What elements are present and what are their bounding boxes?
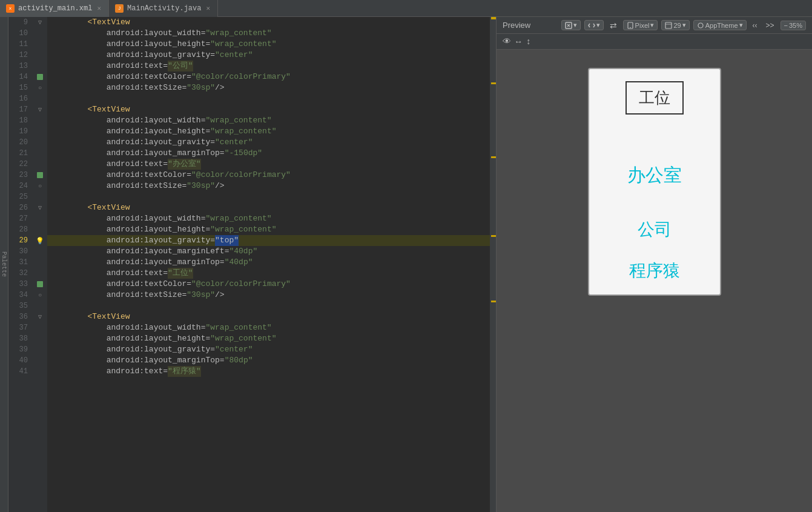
code-line-17: <TextView: [47, 104, 490, 115]
breakpoint-14[interactable]: [37, 74, 43, 80]
fold-icon-26[interactable]: ▽: [38, 204, 42, 211]
code-container: Palette 9 10 11 12 13 14 15 16 17 18 19 …: [0, 17, 496, 512]
code-line-15: android:textSize="30sp" />: [47, 82, 490, 93]
code-line-26: <TextView: [47, 202, 490, 213]
tab-xml[interactable]: x activity_main.xml ✕: [0, 0, 109, 17]
scrollbar-markers[interactable]: [490, 17, 496, 512]
code-line-20: android:layout_gravity="center": [47, 137, 490, 148]
device-dropdown[interactable]: Pixel ▾: [623, 20, 658, 30]
scroll-mark-mid1: [491, 82, 496, 84]
theme-icon: [697, 22, 704, 29]
code-label: ▾: [596, 21, 600, 29]
line-27: 27: [8, 213, 28, 224]
scroll-mark-top: [491, 17, 496, 19]
gutter-38: [33, 333, 47, 344]
zoom-percent: 35%: [789, 22, 802, 29]
code-line-27: android:layout_width="wrap_content": [47, 213, 490, 224]
prev-button[interactable]: ‹‹: [750, 20, 760, 31]
breakpoint-33[interactable]: [37, 281, 43, 287]
zoom-out-control[interactable]: − 35%: [781, 21, 806, 30]
gutter-36: ▽: [33, 311, 47, 322]
apptheme-dropdown[interactable]: AppTheme ▾: [693, 20, 747, 30]
line-36: 36: [8, 311, 28, 322]
gutter: ▽ ○ ▽: [33, 17, 47, 512]
preview-title: Preview: [503, 21, 530, 30]
line-29: 29: [8, 235, 28, 246]
fold-icon-34[interactable]: ○: [38, 292, 42, 299]
line-31: 31: [8, 257, 28, 268]
preview-toolbar: ▾ ▾ ⇄ Pixel ▾ 29 ▾: [561, 19, 806, 32]
svg-rect-3: [665, 22, 672, 28]
gutter-33: [33, 279, 47, 290]
line-16: 16: [8, 93, 28, 104]
gutter-30: [33, 246, 47, 257]
code-line-11: android:layout_height="wrap_content": [47, 39, 490, 50]
code-line-33: android:textColor="@color/colorPrimary": [47, 279, 490, 290]
phone-icon: [627, 22, 634, 29]
code-line-25: [47, 191, 490, 202]
code-icon: [588, 22, 595, 29]
line-35: 35: [8, 301, 28, 311]
visibility-icon[interactable]: 👁: [503, 37, 511, 47]
code-line-23: android:textColor="@color/colorPrimary": [47, 170, 490, 181]
gutter-34: ○: [33, 290, 47, 301]
gutter-19: [33, 126, 47, 137]
gutter-15: ○: [33, 82, 47, 93]
line-14: 14: [8, 71, 28, 82]
fold-icon-24[interactable]: ○: [38, 183, 42, 190]
breakpoint-23[interactable]: [37, 172, 43, 178]
design-toggle[interactable]: ▾: [561, 20, 581, 30]
palette-sidebar[interactable]: Palette: [0, 17, 8, 512]
code-line-14: android:textColor="@color/colorPrimary": [47, 71, 490, 82]
fold-icon-9[interactable]: ▽: [38, 19, 42, 26]
code-line-22: android:text="办公室": [47, 159, 490, 170]
gutter-32: [33, 268, 47, 279]
tab-xml-label: activity_main.xml: [18, 4, 92, 13]
bulb-icon-29[interactable]: 💡: [36, 237, 44, 245]
apptheme-label: AppTheme: [705, 22, 738, 29]
expand-button[interactable]: ⇄: [607, 19, 619, 32]
line-33: 33: [8, 279, 28, 290]
preview-header: Preview ▾ ▾ ⇄ Pixel ▾: [497, 17, 812, 34]
code-line-36: <TextView: [47, 311, 490, 322]
code-line-31: android:layout_marginTop="40dp": [47, 257, 490, 268]
tab-xml-close[interactable]: ✕: [96, 3, 102, 13]
code-line-28: android:layout_height="wrap_content": [47, 224, 490, 235]
line-41: 41: [8, 366, 28, 377]
code-line-30: android:layout_marginLeft="40dp": [47, 246, 490, 257]
line-32: 32: [8, 268, 28, 279]
line-12: 12: [8, 50, 28, 61]
vertical-arrows-icon[interactable]: ↕: [526, 37, 530, 47]
code-line-19: android:layout_height="wrap_content": [47, 126, 490, 137]
code-toggle[interactable]: ▾: [584, 20, 604, 30]
device-gongwei-text: 工位: [626, 81, 684, 115]
gutter-35: [33, 301, 47, 311]
tab-java[interactable]: J MainActivity.java ✕: [109, 0, 218, 17]
theme-chevron: ▾: [739, 21, 743, 29]
fold-icon-17[interactable]: ▽: [38, 106, 42, 113]
svg-point-5: [698, 23, 703, 28]
gutter-22: [33, 159, 47, 170]
gutter-20: [33, 137, 47, 148]
line-22: 22: [8, 159, 28, 170]
fold-icon-36[interactable]: ▽: [38, 313, 42, 321]
gutter-14: [33, 71, 47, 82]
palette-label: Palette: [1, 251, 7, 277]
code-lines[interactable]: <TextView android:layout_width="wrap_con…: [47, 17, 490, 512]
java-icon: J: [115, 4, 124, 13]
gutter-12: [33, 50, 47, 61]
tab-java-close[interactable]: ✕: [205, 3, 211, 13]
zoom-dropdown[interactable]: 29 ▾: [661, 20, 689, 30]
next-button[interactable]: >>: [764, 20, 777, 31]
line-11: 11: [8, 39, 28, 50]
horizontal-arrows-icon[interactable]: ↔: [516, 37, 521, 47]
code-line-34: android:textSize="30sp" />: [47, 290, 490, 301]
gutter-10: [33, 28, 47, 39]
preview-content: 工位 办公室 公司 程序猿: [497, 50, 812, 512]
fold-icon-15[interactable]: ○: [38, 85, 42, 91]
line-30: 30: [8, 246, 28, 257]
device-screen: 工位 办公室 公司 程序猿: [588, 68, 721, 296]
gutter-23: [33, 170, 47, 181]
gutter-11: [33, 39, 47, 50]
gutter-41: [33, 366, 47, 377]
